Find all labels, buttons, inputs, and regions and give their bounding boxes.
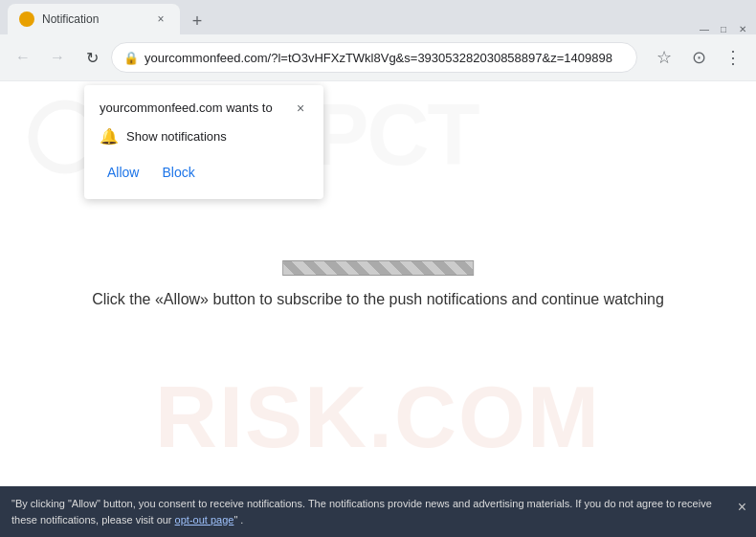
- minimize-button[interactable]: —: [699, 23, 710, 34]
- risk-watermark: RISK.COM: [155, 369, 601, 467]
- opt-out-link[interactable]: opt-out page: [175, 514, 234, 526]
- progress-bar: [282, 260, 474, 276]
- url-text: yourcommonfeed.com/?l=tO3vHFXzTWkl8Vg&s=…: [145, 51, 625, 65]
- page-content: PCT RISK.COM Click the «Allow» button to…: [0, 81, 756, 486]
- bell-icon: 🔔: [100, 127, 119, 145]
- account-button[interactable]: ⊙: [683, 42, 714, 73]
- popup-header: yourcommonfeed.com wants to ×: [100, 101, 308, 116]
- browser-window: Notification × + — □ ✕ ← → ↻ 🔒 yourcommo…: [0, 0, 756, 537]
- active-tab[interactable]: Notification ×: [8, 4, 180, 34]
- menu-button[interactable]: ⋮: [718, 42, 748, 73]
- notification-popup: yourcommonfeed.com wants to × 🔔 Show not…: [84, 85, 323, 199]
- lock-icon: 🔒: [123, 51, 139, 65]
- notice-text-before: "By clicking "Allow" button, you consent…: [11, 498, 712, 526]
- close-button[interactable]: ✕: [737, 23, 748, 34]
- refresh-button[interactable]: ↻: [77, 42, 107, 73]
- tab-title: Notification: [42, 12, 145, 26]
- allow-button[interactable]: Allow: [100, 161, 146, 184]
- pct-watermark: PCT: [311, 86, 478, 185]
- block-button[interactable]: Block: [154, 161, 202, 184]
- popup-buttons: Allow Block: [100, 161, 308, 184]
- notice-bar: "By clicking "Allow" button, you consent…: [0, 486, 756, 537]
- address-bar[interactable]: 🔒 yourcommonfeed.com/?l=tO3vHFXzTWkl8Vg&…: [111, 42, 637, 73]
- address-bar-row: ← → ↻ 🔒 yourcommonfeed.com/?l=tO3vHFXzTW…: [0, 34, 756, 80]
- notice-text-after: " .: [233, 514, 243, 526]
- new-tab-button[interactable]: +: [184, 8, 211, 34]
- popup-close-button[interactable]: ×: [293, 101, 308, 116]
- forward-button[interactable]: →: [42, 42, 73, 73]
- notice-close-button[interactable]: ×: [738, 496, 746, 519]
- window-controls: — □ ✕: [699, 23, 756, 34]
- instructions-text: Click the «Allow» button to subscribe to…: [92, 291, 664, 308]
- progress-area: Click the «Allow» button to subscribe to…: [92, 260, 664, 308]
- popup-notification-row: 🔔 Show notifications: [100, 127, 308, 145]
- tab-favicon: [19, 11, 34, 27]
- toolbar-icons: ☆ ⊙ ⋮: [649, 42, 748, 73]
- popup-title: yourcommonfeed.com wants to: [100, 101, 273, 115]
- tab-bar: Notification × + — □ ✕: [0, 0, 756, 34]
- maximize-button[interactable]: □: [718, 23, 729, 34]
- back-button[interactable]: ←: [8, 42, 38, 73]
- tab-close-button[interactable]: ×: [153, 11, 168, 27]
- star-button[interactable]: ☆: [649, 42, 679, 73]
- popup-notification-label: Show notifications: [126, 129, 227, 144]
